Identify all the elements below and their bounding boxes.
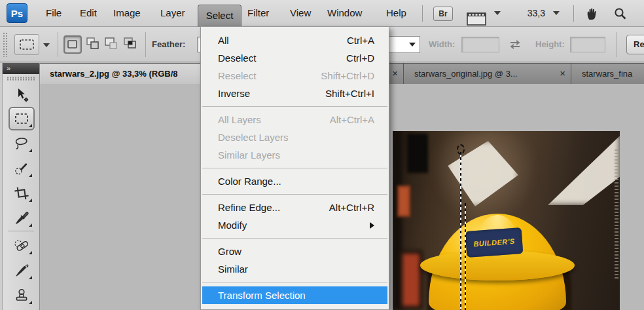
style-dropdown-caret-icon: [409, 43, 416, 47]
menu-select[interactable]: Select: [198, 5, 241, 27]
rectangular-marquee-icon: [13, 110, 30, 127]
hat-logo-text: BUILDER'S: [473, 237, 515, 248]
menu-item-label: All: [218, 35, 229, 46]
hand-tool-icon[interactable]: [584, 6, 600, 22]
rectangular-marquee-tool[interactable]: [3, 106, 40, 131]
menu-file[interactable]: File: [46, 0, 62, 26]
tab-starwars-original[interactable]: starwars_original.jpg @ 3... ×: [404, 64, 571, 84]
picture-frame: [397, 185, 410, 217]
refine-edge-button[interactable]: Re: [626, 35, 644, 54]
menu-filter[interactable]: Filter: [247, 0, 269, 26]
intersect-selection-mode-button[interactable]: [122, 35, 140, 54]
tool-preset-caret-icon[interactable]: [43, 43, 50, 47]
tools-panel-grip[interactable]: [7, 77, 35, 81]
options-bar-grip[interactable]: [3, 32, 9, 57]
menu-item-grow[interactable]: Grow: [201, 242, 389, 260]
menu-item-shortcut: Ctrl+D: [346, 52, 374, 64]
width-input[interactable]: [461, 37, 499, 52]
menu-item-modify[interactable]: Modify: [201, 216, 389, 234]
menu-item-color-range[interactable]: Color Range...: [201, 172, 389, 190]
menubar-divider: [422, 5, 423, 22]
menu-item-shortcut: Ctrl+A: [347, 35, 374, 46]
picture-frame: [399, 250, 423, 309]
width-label: Width:: [429, 27, 455, 62]
menu-item-label: Reselect: [218, 70, 256, 81]
menubar-divider: [573, 5, 574, 22]
menu-help[interactable]: Help: [386, 0, 406, 26]
menu-item-label: All Layers: [218, 114, 261, 125]
tab-label: starwars_original.jpg @ 3...: [414, 69, 518, 79]
menu-item-label: Modify: [218, 220, 247, 231]
menu-window[interactable]: Window: [327, 0, 362, 26]
tools-panel-collapse-button[interactable]: »: [3, 63, 39, 74]
brush-tool[interactable]: [3, 258, 40, 283]
menu-item-label: Transform Selection: [218, 290, 306, 301]
marquee-preset-icon: [15, 35, 39, 54]
new-selection-mode-button[interactable]: [63, 35, 82, 54]
add-to-selection-icon: [84, 35, 101, 52]
menu-separator: [202, 106, 387, 107]
close-icon[interactable]: ×: [392, 64, 398, 83]
menu-item-reselect: Reselect Shift+Ctrl+D: [201, 67, 389, 85]
arrange-documents-icon: [466, 11, 488, 27]
tools-panel: »: [3, 63, 40, 310]
menu-item-refine-edge[interactable]: Refine Edge... Alt+Ctrl+R: [201, 199, 389, 216]
quick-selection-tool[interactable]: [3, 156, 40, 181]
photo-watermark: [615, 149, 618, 281]
tools-divider: [8, 231, 34, 231]
tab-starwars-final[interactable]: starwars_fina: [571, 64, 644, 84]
ceiling-panel: [538, 134, 620, 205]
zoom-level-value[interactable]: 33,3: [519, 0, 545, 26]
tab-label: starwars_2.jpg @ 33,3% (RGB/8: [50, 69, 177, 79]
menu-item-label: Similar: [218, 263, 248, 275]
menu-item-all[interactable]: All Ctrl+A: [201, 31, 389, 49]
hat-logo-patch: BUILDER'S: [465, 227, 524, 258]
selection-marching-ants: [460, 152, 461, 310]
menu-view[interactable]: View: [290, 0, 311, 26]
menu-image[interactable]: Image: [113, 0, 141, 26]
menu-item-transform-selection[interactable]: Transform Selection: [202, 286, 387, 304]
document-image[interactable]: BUILDER'S: [393, 131, 620, 310]
close-icon[interactable]: ×: [560, 64, 565, 83]
move-tool[interactable]: [3, 83, 40, 107]
swap-dimensions-icon[interactable]: [508, 39, 522, 50]
menu-separator: [202, 168, 387, 168]
menu-item-similar-layers: Similar Layers: [201, 146, 389, 164]
menu-separator: [202, 238, 387, 239]
zoom-tool-icon[interactable]: [613, 6, 628, 22]
clone-stamp-tool-icon: [13, 287, 30, 304]
height-input[interactable]: [570, 37, 605, 52]
menu-item-deselect-layers: Deselect Layers: [201, 128, 389, 146]
submenu-arrow-icon: [370, 222, 374, 229]
add-to-selection-mode-button[interactable]: [84, 35, 103, 54]
menu-item-label: Refine Edge...: [218, 202, 280, 213]
lasso-tool[interactable]: [3, 131, 40, 156]
clone-stamp-tool[interactable]: [3, 283, 40, 308]
lasso-tool-icon: [13, 135, 30, 152]
menu-bar: Ps File Edit Image Layer Select Filter V…: [0, 0, 644, 27]
arrange-documents-caret-icon[interactable]: [494, 11, 501, 15]
menu-item-shortcut: Alt+Ctrl+A: [330, 114, 374, 125]
menu-edit[interactable]: Edit: [80, 0, 97, 26]
eyedropper-tool-icon: [13, 210, 30, 227]
eyedropper-tool[interactable]: [3, 206, 40, 231]
menu-item-deselect[interactable]: Deselect Ctrl+D: [201, 49, 389, 67]
menu-item-inverse[interactable]: Inverse Shift+Ctrl+I: [201, 85, 389, 102]
menu-item-similar[interactable]: Similar: [201, 260, 389, 278]
new-selection-icon: [65, 37, 80, 52]
zoom-level-caret-icon[interactable]: [553, 11, 560, 15]
launch-bridge-button[interactable]: Br: [433, 7, 453, 21]
spot-healing-brush-tool[interactable]: [3, 233, 40, 258]
quick-selection-tool-icon: [13, 160, 30, 177]
options-divider: [145, 32, 146, 57]
picture-frame: [407, 134, 428, 173]
photoshop-window: Ps File Edit Image Layer Select Filter V…: [0, 0, 644, 310]
menu-separator: [202, 194, 387, 195]
menu-item-label: Grow: [218, 246, 241, 257]
crop-tool[interactable]: [3, 181, 40, 206]
menu-layer[interactable]: Layer: [160, 0, 185, 26]
subtract-from-selection-icon: [103, 35, 120, 52]
subtract-from-selection-mode-button[interactable]: [103, 35, 121, 54]
tool-preset-button[interactable]: [14, 34, 39, 55]
select-menu-dropdown: All Ctrl+A Deselect Ctrl+D Reselect Shif…: [200, 26, 389, 310]
